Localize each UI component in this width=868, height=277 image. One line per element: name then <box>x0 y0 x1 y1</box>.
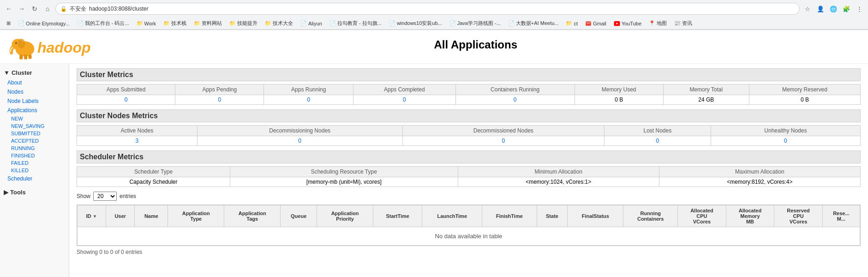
col-application-priority: ApplicationPriority <box>317 205 373 227</box>
entries-select[interactable]: 10 20 25 50 100 <box>93 192 117 201</box>
app-container: ▼ Cluster About Nodes Node Labels Applic… <box>0 64 868 277</box>
hadoop-logo: hadoop <box>7 34 91 61</box>
col-state: State <box>537 205 568 227</box>
bookmark-skills[interactable]: 📁 技能提升 <box>227 19 260 28</box>
col-allocated-cpu-vcores: AllocatedCPUVCores <box>678 205 726 227</box>
sidebar-scheduler-link[interactable]: Scheduler <box>0 174 69 183</box>
col-maximum-allocation: Maximum Allocation <box>659 167 860 177</box>
no-data-message: No data available in table <box>78 227 860 246</box>
svg-point-3 <box>15 42 17 44</box>
bookmark-bigdata[interactable]: 📄 大数据+AI Meetu... <box>505 19 562 28</box>
youtube-label: YouTube <box>622 21 641 26</box>
sidebar-accepted-link[interactable]: ACCEPTED <box>0 137 69 145</box>
translate-button[interactable]: 🌐 <box>828 4 838 14</box>
sidebar: ▼ Cluster About Nodes Node Labels Applic… <box>0 64 69 277</box>
sidebar-tools-header[interactable]: ▶ Tools <box>0 187 69 198</box>
col-finish-time: FinishTime <box>482 205 537 227</box>
sidebar-cluster-header[interactable]: ▼ Cluster <box>0 67 69 78</box>
apps-grid[interactable]: ⊞ <box>4 19 13 27</box>
col-apps-pending: Apps Pending <box>175 84 264 95</box>
bookmark-youtube[interactable]: YouTube <box>611 19 644 28</box>
bookmark-maps[interactable]: 📍 地图 <box>646 19 670 28</box>
address-bar[interactable]: 🔓 不安全 hadoop103:8088/cluster <box>55 3 800 15</box>
col-allocated-memory-mb: AllocatedMemoryMB <box>726 205 774 227</box>
val-apps-completed[interactable]: 0 <box>353 95 456 105</box>
col-id[interactable]: ID ▼ <box>78 205 106 227</box>
val-decommissioning-nodes[interactable]: 0 <box>197 136 402 146</box>
settings-button[interactable]: ⋮ <box>854 4 864 14</box>
bookmark-resources[interactable]: 📁 资料网站 <box>191 19 225 28</box>
val-unhealthy-nodes[interactable]: 0 <box>711 136 860 146</box>
col-decommissioning-nodes: Decommissioning Nodes <box>197 126 402 136</box>
val-decommissioned-nodes[interactable]: 0 <box>402 136 604 146</box>
home-button[interactable]: ⌂ <box>42 4 53 14</box>
bookmark-windows10[interactable]: 📄 windows10安装ub... <box>386 19 445 28</box>
scheduler-metrics-table: Scheduler Type Scheduling Resource Type … <box>77 166 861 187</box>
bookmark-work[interactable]: 📁 Work <box>134 19 159 27</box>
val-scheduler-type: Capacity Scheduler <box>77 177 230 187</box>
hadoop-wordmark: hadoop <box>37 39 91 56</box>
val-active-nodes[interactable]: 3 <box>77 136 198 146</box>
security-label: 不安全 <box>70 5 86 13</box>
sidebar-failed-link[interactable]: FAILED <box>0 159 69 167</box>
url-text: hadoop103:8088/cluster <box>89 6 149 12</box>
val-minimum-allocation: <memory:1024, vCores:1> <box>458 177 659 187</box>
col-containers-running: Containers Running <box>455 84 575 95</box>
header-area: hadoop All Applications <box>0 30 868 64</box>
bookmark-etymology[interactable]: 📄 Online Etymology... <box>15 19 72 27</box>
val-apps-pending[interactable]: 0 <box>175 95 264 105</box>
sidebar-finished-link[interactable]: FINISHED <box>0 152 69 159</box>
apps-table-wrapper: ID ▼ User Name ApplicationType Applicati… <box>77 205 861 246</box>
sidebar-running-link[interactable]: RUNNING <box>0 145 69 152</box>
cluster-nodes-table: Active Nodes Decommissioning Nodes Decom… <box>77 125 861 146</box>
val-memory-used: 0 B <box>575 95 663 105</box>
sidebar-new-link[interactable]: NEW <box>0 115 69 122</box>
sidebar-about-link[interactable]: About <box>0 78 69 87</box>
show-label: Show <box>77 193 90 199</box>
page-title-container: All Applications <box>91 38 861 57</box>
refresh-button[interactable]: ↻ <box>30 4 40 14</box>
col-decommissioned-nodes: Decommissioned Nodes <box>402 126 604 136</box>
bookmark-ct[interactable]: 📁 ct <box>563 19 581 27</box>
col-reserved-cpu-vcores: ReservedCPUVCores <box>774 205 823 227</box>
profile-button[interactable]: 👤 <box>815 4 826 14</box>
back-button[interactable]: ← <box>4 4 14 14</box>
val-scheduling-resource-type: [memory-mb (unit=Mi), vcores] <box>230 177 458 187</box>
val-memory-reserved: 0 B <box>749 95 860 105</box>
val-lost-nodes[interactable]: 0 <box>604 136 711 146</box>
sidebar-submitted-link[interactable]: SUBMITTED <box>0 130 69 137</box>
forward-button[interactable]: → <box>17 4 27 14</box>
sidebar-node-labels-link[interactable]: Node Labels <box>0 96 69 106</box>
bookmark-news[interactable]: 📰 资讯 <box>671 19 695 28</box>
sidebar-nodes-link[interactable]: Nodes <box>0 87 69 96</box>
tools-label: Tools <box>10 189 26 196</box>
bookmark-techall[interactable]: 📁 技术大全 <box>262 19 296 28</box>
col-running-containers: RunningContainers <box>623 205 678 227</box>
svg-point-2 <box>18 39 25 48</box>
sidebar-applications-link[interactable]: Applications <box>0 106 69 115</box>
no-data-row: No data available in table <box>78 227 860 246</box>
bookmark-techstack[interactable]: 📁 技术栈 <box>161 19 189 28</box>
bookmark-mywork[interactable]: 📄 我的工作台 - 码云... <box>74 19 132 28</box>
bookmark-lagou[interactable]: 📄 拉勾教育 - 拉勾旗... <box>327 19 384 28</box>
bookmark-star-button[interactable]: ☆ <box>802 4 813 14</box>
sort-icon-id: ▼ <box>92 214 97 219</box>
val-apps-submitted[interactable]: 0 <box>77 95 175 105</box>
sidebar-killed-link[interactable]: KILLED <box>0 167 69 174</box>
svg-point-4 <box>16 42 16 43</box>
col-launch-time: LaunchTime <box>422 205 482 227</box>
sidebar-new-saving-link[interactable]: NEW_SAVING <box>0 122 69 130</box>
apps-table: ID ▼ User Name ApplicationType Applicati… <box>77 205 860 246</box>
bookmark-java[interactable]: 📄 Java学习路线图 -... <box>447 19 503 28</box>
col-memory-reserved: Memory Reserved <box>749 84 860 95</box>
tools-arrow-icon: ▶ <box>4 189 8 196</box>
val-containers-running[interactable]: 0 <box>455 95 575 105</box>
bookmark-gmail[interactable]: Gmail <box>582 19 609 28</box>
col-reserved-mem: Rese...M... <box>822 205 860 227</box>
bookmark-aliyun[interactable]: 📄 Aliyun <box>298 19 325 27</box>
col-minimum-allocation: Minimum Allocation <box>458 167 659 177</box>
bookmarks-bar: ⊞ 📄 Online Etymology... 📄 我的工作台 - 码云... … <box>0 18 868 30</box>
cluster-arrow-icon: ▼ <box>4 69 10 76</box>
val-apps-running[interactable]: 0 <box>264 95 353 105</box>
extensions-button[interactable]: 🧩 <box>841 4 851 14</box>
